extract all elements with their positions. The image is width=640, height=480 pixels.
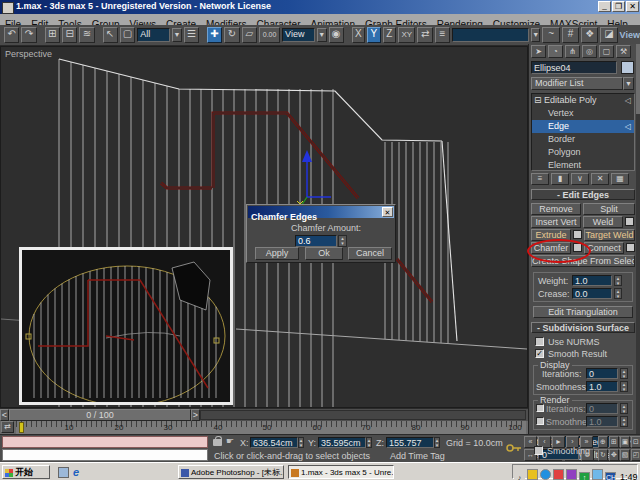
start-button[interactable]: 开始 xyxy=(2,465,50,479)
time-slider-next[interactable]: > xyxy=(191,409,200,421)
trackbar-ruler[interactable]: 10 20 30 40 50 60 70 80 90 100 xyxy=(16,421,526,434)
reference-coordinate-dropdown[interactable]: View xyxy=(282,28,315,42)
smooth-result-checkbox[interactable]: ✓ xyxy=(535,349,544,358)
ok-button[interactable]: Ok xyxy=(305,247,343,260)
zoom-extents-all-icon[interactable]: ⊡ xyxy=(631,436,640,448)
render-smoothness-spinner[interactable]: ▴▾ xyxy=(620,416,628,427)
crease-field[interactable]: 0.0 xyxy=(572,288,612,299)
configure-stack-icon[interactable]: ▦ xyxy=(611,173,629,185)
remove-button[interactable]: Remove xyxy=(531,203,581,215)
task-photoshop[interactable]: Adobe Photoshop - [未标... xyxy=(178,465,284,479)
maxscript-listener[interactable] xyxy=(2,436,208,448)
language-indicator[interactable]: CH xyxy=(605,472,616,480)
hierarchy-tab-icon[interactable]: ⋔ xyxy=(565,45,580,58)
coord-x-spinner[interactable]: ▴▾ xyxy=(298,437,304,448)
modifier-list-dropdown[interactable]: Modifier List xyxy=(531,77,623,90)
stack-item-polygon[interactable]: Polygon xyxy=(532,146,634,159)
time-slider-track[interactable] xyxy=(200,410,526,420)
select-object-icon[interactable]: ↖ xyxy=(103,27,118,43)
render-scene-icon[interactable]: ◪ xyxy=(600,27,617,43)
edit-edges-rollout[interactable]: - Edit Edges xyxy=(531,189,635,200)
display-iterations-spinner[interactable]: ▴▾ xyxy=(620,368,628,379)
tray-app-icon[interactable] xyxy=(566,469,577,480)
zoom-all-icon[interactable]: ⊞ xyxy=(609,436,619,448)
cancel-button[interactable]: Cancel xyxy=(348,247,392,260)
crease-spinner[interactable]: ▴▾ xyxy=(614,288,622,299)
axis-z-button[interactable]: Z xyxy=(383,27,396,43)
axis-x-button[interactable]: X xyxy=(352,27,365,43)
pin-stack-icon[interactable]: ≡ xyxy=(531,173,549,185)
title-bar[interactable]: 1.max - 3ds max 5 - Unregistered Version… xyxy=(0,0,640,14)
curve-editor-icon[interactable]: ~ xyxy=(542,27,559,43)
current-frame-marker[interactable] xyxy=(19,422,24,433)
split-button[interactable]: Split xyxy=(583,203,635,215)
object-color-swatch[interactable] xyxy=(621,61,634,74)
clock[interactable]: 1:49 xyxy=(620,472,638,480)
coord-y-spinner[interactable]: ▴▾ xyxy=(366,437,372,448)
align-icon[interactable]: ≡ xyxy=(435,27,450,43)
zoom-icon[interactable]: ⊕ xyxy=(598,436,608,448)
selection-filter-dropdown[interactable]: All xyxy=(137,28,170,42)
min-max-toggle-icon[interactable]: ◰ xyxy=(631,449,640,461)
subdivision-surface-rollout[interactable]: - Subdivision Surface xyxy=(531,322,635,333)
render-iterations-field[interactable]: 0 xyxy=(586,403,618,414)
maxscript-listener-white[interactable] xyxy=(2,449,208,461)
unlink-icon[interactable]: ⊟ xyxy=(62,27,77,43)
region-zoom-icon[interactable]: ▧ xyxy=(620,449,630,461)
dialog-title-bar[interactable]: Chamfer Edges ✕ xyxy=(248,206,394,218)
display-iterations-field[interactable]: 0 xyxy=(586,368,618,379)
weld-button[interactable]: Weld xyxy=(583,216,623,228)
render-iterations-spinner[interactable]: ▴▾ xyxy=(620,403,628,414)
mirror-icon[interactable]: ⇄ xyxy=(417,27,432,43)
time-slider-handle[interactable]: 0 / 100 xyxy=(9,409,191,421)
time-slider-prev[interactable]: < xyxy=(0,409,9,421)
close-button[interactable]: ✕ xyxy=(626,1,639,12)
create-tab-icon[interactable]: ➤ xyxy=(531,45,546,58)
zoom-extents-icon[interactable]: ▣ xyxy=(620,436,630,448)
stack-item-vertex[interactable]: Vertex xyxy=(532,107,634,120)
display-tab-icon[interactable]: ▢ xyxy=(599,45,614,58)
selection-region-icon[interactable]: ▢ xyxy=(120,27,135,43)
redo-icon[interactable]: ↷ xyxy=(21,27,36,43)
object-name-field[interactable]: Ellipse04 xyxy=(531,61,617,74)
scale-icon[interactable]: ▱ xyxy=(242,27,257,43)
select-by-name-icon[interactable]: ☰ xyxy=(184,27,199,43)
target-weld-button[interactable]: Target Weld xyxy=(584,229,635,241)
display-smoothness-spinner[interactable]: ▴▾ xyxy=(620,381,628,392)
material-editor-icon[interactable]: ❖ xyxy=(581,27,598,43)
quicklaunch-desktop-icon[interactable] xyxy=(58,467,69,478)
extrude-settings-icon[interactable] xyxy=(573,230,582,239)
weight-field[interactable]: 1.0 xyxy=(572,275,612,286)
rotate-icon[interactable]: ↻ xyxy=(224,27,239,43)
chamfer-amount-spinner[interactable]: ▴▾ xyxy=(338,235,347,247)
smoothing-checkbox[interactable] xyxy=(534,446,543,455)
show-end-result-icon[interactable]: ▮ xyxy=(551,173,569,185)
dropdown-arrow-icon[interactable]: ▼ xyxy=(531,28,541,42)
insert-vertex-button[interactable]: Insert Vert xyxy=(531,216,581,228)
schematic-view-icon[interactable]: # xyxy=(562,27,579,43)
dropdown-arrow-icon[interactable]: ▼ xyxy=(317,28,327,42)
pivot-center-icon[interactable]: ◉ xyxy=(329,27,344,43)
render-iterations-checkbox[interactable] xyxy=(536,404,544,412)
panel-scrollbar[interactable] xyxy=(636,44,640,462)
connect-settings-icon[interactable] xyxy=(626,243,635,252)
pan-icon[interactable]: ✥ xyxy=(609,449,619,461)
named-selection-dropdown[interactable] xyxy=(452,28,529,42)
display-smoothness-field[interactable]: 1.0 xyxy=(586,381,618,392)
weight-spinner[interactable]: ▴▾ xyxy=(614,275,622,286)
upload-icon[interactable]: ↑ xyxy=(579,472,590,480)
snap-toggle-icon[interactable]: 0.00 xyxy=(259,27,280,43)
remove-modifier-icon[interactable]: ✕ xyxy=(591,173,609,185)
maximize-button[interactable]: ❐ xyxy=(612,1,625,12)
render-smoothness-checkbox[interactable] xyxy=(536,417,544,425)
weld-settings-icon[interactable] xyxy=(625,217,634,226)
scrollbar-thumb[interactable] xyxy=(636,44,640,114)
coord-y-field[interactable]: 35.595cm xyxy=(318,437,366,448)
make-unique-icon[interactable]: ∨ xyxy=(571,173,589,185)
apply-button[interactable]: Apply xyxy=(255,247,299,260)
add-time-tag[interactable]: Add Time Tag xyxy=(390,451,445,461)
tray-app-icon[interactable] xyxy=(527,469,538,480)
modify-tab-icon[interactable]: ◔ xyxy=(548,45,563,58)
messenger-icon[interactable] xyxy=(540,469,551,480)
edit-triangulation-button[interactable]: Edit Triangulation xyxy=(533,306,633,318)
